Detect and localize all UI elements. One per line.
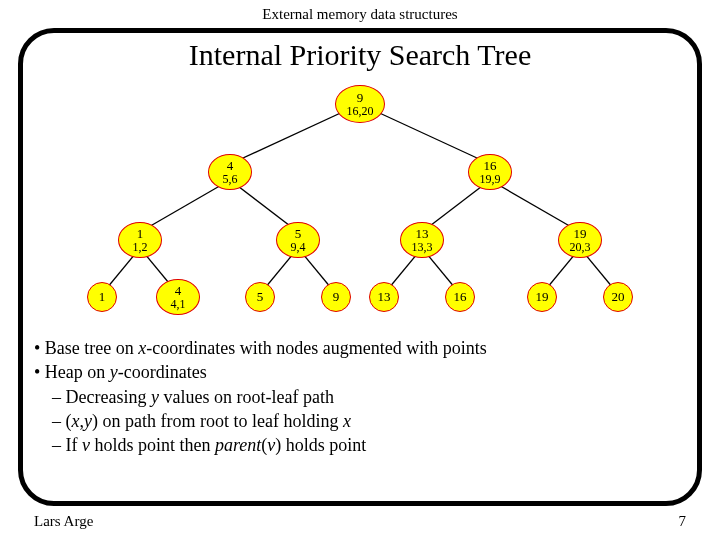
node-key: 16 xyxy=(484,159,497,173)
slide: External memory data structures Internal… xyxy=(0,0,720,540)
text: – If xyxy=(34,435,82,455)
node-point: 4,1 xyxy=(171,298,186,311)
text-italic: x xyxy=(72,411,80,431)
text: -coordinates with nodes augmented with p… xyxy=(146,338,486,358)
node-key: 19 xyxy=(536,290,549,304)
tree-root: 9 16,20 xyxy=(335,85,385,123)
bullet-item: • Base tree on x-coordinates with nodes … xyxy=(34,336,487,360)
text: – ( xyxy=(34,411,72,431)
node-key: 9 xyxy=(333,290,340,304)
node-point: 5,6 xyxy=(223,173,238,186)
bullet-item: • Heap on y-coordinates xyxy=(34,360,487,384)
tree-leaf: 9 xyxy=(321,282,351,312)
node-key: 16 xyxy=(454,290,467,304)
node-point: 20,3 xyxy=(570,241,591,254)
node-key: 4 xyxy=(175,284,182,298)
node-key: 5 xyxy=(257,290,264,304)
text: – Decreasing xyxy=(34,387,151,407)
text: holds point then xyxy=(90,435,215,455)
tree-leaf: 19 xyxy=(527,282,557,312)
node-key: 13 xyxy=(416,227,429,241)
bullet-subitem: – If v holds point then parent(v) holds … xyxy=(34,433,487,457)
text: ) on path from root to leaf holding xyxy=(92,411,343,431)
node-point: 13,3 xyxy=(412,241,433,254)
slide-header: External memory data structures xyxy=(0,0,720,23)
node-key: 1 xyxy=(137,227,144,241)
svg-line-5 xyxy=(490,180,580,232)
node-key: 13 xyxy=(378,290,391,304)
node-key: 1 xyxy=(99,290,106,304)
text: ) holds point xyxy=(275,435,366,455)
tree-node: 4 5,6 xyxy=(208,154,252,190)
tree-node: 1 1,2 xyxy=(118,222,162,258)
tree-node: 5 9,4 xyxy=(276,222,320,258)
bullet-subitem: – Decreasing y values on root-leaf path xyxy=(34,385,487,409)
priority-search-tree: 9 16,20 4 5,6 16 19,9 1 1,2 5 9,4 13 13,… xyxy=(40,82,680,332)
tree-node: 13 13,3 xyxy=(400,222,444,258)
node-point: 16,20 xyxy=(347,105,374,118)
node-key: 9 xyxy=(357,91,364,105)
node-point: 9,4 xyxy=(291,241,306,254)
slide-title: Internal Priority Search Tree xyxy=(0,38,720,72)
text-italic: y xyxy=(84,411,92,431)
tree-node: 16 19,9 xyxy=(468,154,512,190)
tree-leaf: 5 xyxy=(245,282,275,312)
node-key: 19 xyxy=(574,227,587,241)
node-point: 19,9 xyxy=(480,173,501,186)
tree-leaf: 1 xyxy=(87,282,117,312)
text-italic: parent xyxy=(215,435,261,455)
node-key: 4 xyxy=(227,159,234,173)
node-key: 20 xyxy=(612,290,625,304)
node-key: 5 xyxy=(295,227,302,241)
node-point: 1,2 xyxy=(133,241,148,254)
tree-leaf: 16 xyxy=(445,282,475,312)
tree-leaf: 20 xyxy=(603,282,633,312)
text-italic: y xyxy=(110,362,118,382)
svg-line-2 xyxy=(140,180,230,232)
bullet-subitem: – (x,y) on path from root to leaf holdin… xyxy=(34,409,487,433)
bullet-list: • Base tree on x-coordinates with nodes … xyxy=(34,336,487,457)
text: • Heap on xyxy=(34,362,110,382)
text-italic: y xyxy=(151,387,159,407)
tree-node: 19 20,3 xyxy=(558,222,602,258)
text: values on root-leaf path xyxy=(159,387,334,407)
text: -coordinates xyxy=(118,362,207,382)
footer-author: Lars Arge xyxy=(34,513,93,530)
tree-leaf: 4 4,1 xyxy=(156,279,200,315)
text-italic: x xyxy=(343,411,351,431)
text-italic: v xyxy=(82,435,90,455)
text: • Base tree on xyxy=(34,338,138,358)
footer-page-number: 7 xyxy=(679,513,687,530)
tree-leaf: 13 xyxy=(369,282,399,312)
